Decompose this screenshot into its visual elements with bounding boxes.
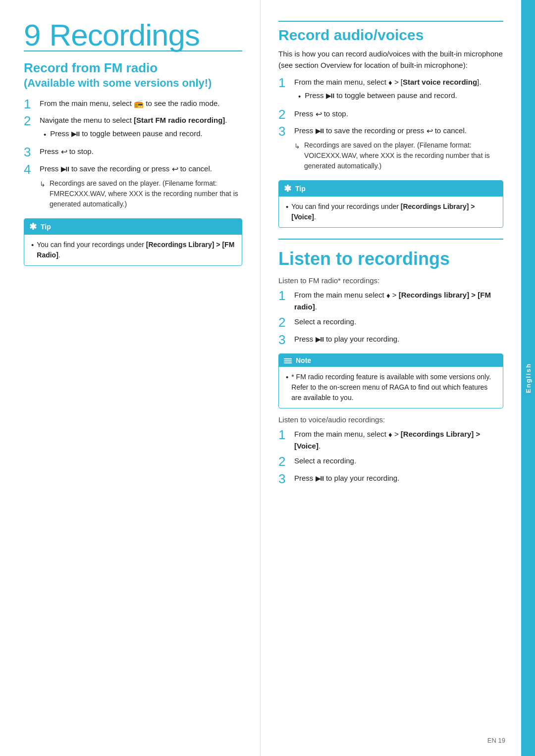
listen-voice-steps-list: 1 From the main menu, select ♦ > [Record… (278, 429, 503, 486)
note-text: * FM radio recording feature is availabl… (291, 372, 496, 403)
listen-fm-step-2: 2 Select a recording. (278, 316, 503, 330)
bullet-dot: • (44, 129, 46, 141)
tip-star-icon: ✱ (29, 221, 37, 232)
note-line-1 (284, 358, 292, 359)
tip-star-icon-2: ✱ (284, 183, 291, 194)
note-bullet: • * FM radio recording feature is availa… (286, 372, 496, 403)
step-4-arrow-item: ↳ Recordings are saved on the player. (F… (40, 178, 242, 209)
left-column: 9 Recordings Record from FM radio (Avail… (0, 0, 261, 756)
audio-tip-body: • You can find your recordings under [Re… (279, 197, 503, 227)
step-3-num: 3 (24, 145, 40, 159)
note-lines-icon (284, 358, 292, 363)
fm-tip-header: ✱ Tip (24, 219, 242, 235)
note-bullet-dot: • (286, 372, 288, 383)
audio-step-1-content: From the main menu, select ♦ > [Start vo… (294, 77, 503, 104)
step-2-subbullets: • Press ▶II to toggle between pause and … (44, 128, 242, 141)
listen-fm-steps-list: 1 From the main menu select ♦ > [Recordi… (278, 290, 503, 347)
audio-intro-text: This is how you can record audio/voices … (278, 49, 503, 71)
audio-tip-header: ✱ Tip (279, 181, 503, 197)
note-header: Note (279, 354, 503, 367)
step-2-content: Navigate the menu to select [Start FM ra… (40, 115, 242, 142)
fm-tip-bullet: • You can find your recordings under [Re… (31, 240, 235, 260)
listen-voice-step-2: 2 Select a recording. (278, 455, 503, 469)
listen-voice-step-3-num: 3 (278, 472, 294, 486)
audio-step-2-num: 2 (278, 107, 294, 122)
fm-tip-box: ✱ Tip • You can find your recordings und… (24, 218, 242, 266)
listen-voice-step-3-content: Press ▶II to play your recording. (294, 473, 503, 484)
fm-section-title-line1: Record from FM radio (24, 60, 242, 76)
audio-step-3: 3 Press ▶II to save the recording or pre… (278, 125, 503, 173)
audio-step-3-arrow-text: Recordings are saved on the player. (Fil… (304, 140, 503, 171)
listen-voice-step-3: 3 Press ▶II to play your recording. (278, 473, 503, 486)
main-content: 9 Recordings Record from FM radio (Avail… (0, 0, 521, 756)
fm-steps-list: 1 From the main menu, select 📻 to see th… (24, 98, 242, 211)
audio-tip-label: Tip (295, 185, 306, 193)
listen-fm-step-1-content: From the main menu select ♦ > [Recording… (294, 290, 503, 312)
audio-step-2-content: Press ↩ to stop. (294, 108, 503, 120)
audio-step-1-num: 1 (278, 76, 294, 90)
tip-bullet-dot: • (31, 240, 34, 251)
step-4-arrow-text: Recordings are saved on the player. (Fil… (50, 178, 242, 209)
right-divider-top (278, 21, 503, 22)
audio-tip-bullet: • You can find your recordings under [Re… (286, 202, 496, 222)
listen-fm-step-1: 1 From the main menu select ♦ > [Recordi… (278, 290, 503, 312)
listen-fm-step-2-num: 2 (278, 315, 294, 330)
step-2-num: 2 (24, 114, 40, 128)
step-3-content: Press ↩ to stop. (40, 146, 242, 158)
audio-step-1: 1 From the main menu, select ♦ > [Start … (278, 77, 503, 104)
audio-step-3-arrow-item: ↳ Recordings are saved on the player. (F… (294, 140, 503, 171)
listen-fm-step-3-num: 3 (278, 333, 294, 347)
fm-tip-body: • You can find your recordings under [Re… (24, 235, 242, 265)
chapter-number: 9 (24, 20, 40, 50)
listen-voice-step-1: 1 From the main menu, select ♦ > [Record… (278, 429, 503, 452)
side-tab: English (521, 0, 535, 756)
audio-step-1-sub-text: Press ▶II to toggle between pause and re… (305, 90, 457, 101)
audio-step-3-content: Press ▶II to save the recording or press… (294, 125, 503, 173)
audio-step-2: 2 Press ↩ to stop. (278, 108, 503, 122)
side-tab-label: English (525, 363, 532, 393)
audio-step-3-arrow: ↳ Recordings are saved on the player. (F… (294, 140, 503, 171)
step-4: 4 Press ▶II to save the recording or pre… (24, 163, 242, 211)
note-line-2 (284, 360, 292, 361)
step-2-sub-1-text: Press ▶II to toggle between pause and re… (50, 128, 202, 140)
listen-voice-step-2-content: Select a recording. (294, 455, 503, 467)
fm-section-title-line2: (Available with some versions only!) (24, 77, 242, 90)
listen-voice-step-2-num: 2 (278, 454, 294, 469)
note-line-3 (284, 362, 292, 363)
listen-section-title: Listen to recordings (278, 249, 503, 269)
note-body: • * FM radio recording feature is availa… (279, 367, 503, 408)
step-4-arrow: ↳ Recordings are saved on the player. (F… (40, 178, 242, 209)
step-4-content: Press ▶II to save the recording or press… (40, 163, 242, 211)
step-3: 3 Press ↩ to stop. (24, 146, 242, 159)
arrow-icon: ↳ (40, 179, 46, 190)
note-label: Note (296, 356, 311, 364)
right-divider-middle (278, 239, 503, 240)
audio-section-title: Record audio/voices (278, 27, 503, 44)
note-box: Note • * FM radio recording feature is a… (278, 353, 503, 408)
tip-bullet-dot-2: • (286, 202, 288, 213)
audio-steps-list: 1 From the main menu, select ♦ > [Start … (278, 77, 503, 173)
step-2-sub-1: • Press ▶II to toggle between pause and … (44, 128, 242, 141)
step-1-num: 1 (24, 97, 40, 111)
listen-fm-step-2-content: Select a recording. (294, 316, 503, 328)
audio-tip-text: You can find your recordings under [Reco… (291, 202, 496, 222)
listen-voice-intro: Listen to voice/audio recordings: (278, 415, 503, 424)
page-container: English 9 Recordings Record from FM radi… (0, 0, 535, 756)
step-2: 2 Navigate the menu to select [Start FM … (24, 115, 242, 142)
listen-fm-step-1-num: 1 (278, 289, 294, 303)
fm-tip-label: Tip (41, 223, 51, 231)
step-1-content: From the main menu, select 📻 to see the … (40, 98, 242, 110)
right-column: Record audio/voices This is how you can … (261, 0, 521, 756)
audio-step-1-sub-1: • Press ▶II to toggle between pause and … (298, 90, 503, 102)
step-4-num: 4 (24, 162, 40, 177)
fm-tip-text: You can find your recordings under [Reco… (37, 240, 235, 260)
chapter-heading-row: 9 Recordings (24, 20, 242, 50)
bullet-dot-2: • (298, 91, 301, 102)
arrow-icon-2: ↳ (294, 141, 300, 151)
chapter-title: Recordings (49, 20, 200, 50)
audio-step-1-subbullets: • Press ▶II to toggle between pause and … (298, 90, 503, 102)
audio-tip-box: ✱ Tip • You can find your recordings und… (278, 180, 503, 228)
listen-fm-step-3: 3 Press ▶II to play your recording. (278, 334, 503, 347)
audio-step-3-num: 3 (278, 124, 294, 139)
page-footer: EN 19 (487, 737, 505, 744)
